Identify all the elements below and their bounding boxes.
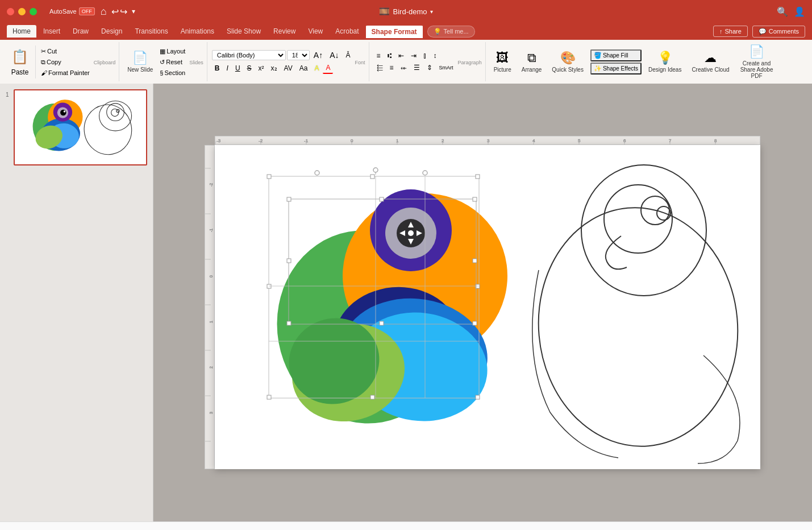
- layout-button[interactable]: ▦ Layout: [157, 47, 188, 56]
- slide-svg: [215, 145, 760, 469]
- strikethrough-button[interactable]: S: [244, 63, 255, 73]
- shape-fill-button[interactable]: 🪣 Shape Fill: [590, 49, 642, 61]
- format-painter-button[interactable]: 🖌 Format Painter: [39, 68, 92, 77]
- clear-format-button[interactable]: Ā: [343, 50, 353, 60]
- arrange-button[interactable]: ⧉ Arrange: [518, 48, 546, 75]
- svg-text:7: 7: [669, 138, 672, 143]
- tab-draw[interactable]: Draw: [67, 25, 94, 38]
- user-icon[interactable]: 👤: [794, 6, 805, 17]
- slide-thumbnail[interactable]: [14, 89, 147, 165]
- tab-insert[interactable]: Insert: [38, 25, 66, 38]
- tab-design[interactable]: Design: [95, 25, 128, 38]
- cut-button[interactable]: ✂ Cut: [39, 47, 92, 56]
- svg-rect-75: [370, 395, 374, 399]
- ribbon-toolbar: 📋 Paste ✂ Cut ⧉ Copy 🖌 Format Painter: [0, 40, 812, 84]
- tab-review[interactable]: Review: [268, 25, 301, 38]
- autosave-label: AutoSave: [49, 8, 77, 15]
- copy-button[interactable]: ⧉ Copy: [39, 57, 92, 67]
- new-slide-button[interactable]: 📄 New Slide: [124, 48, 156, 75]
- numbering-button[interactable]: ⑆: [385, 51, 394, 61]
- home-icon[interactable]: ⌂: [101, 6, 107, 18]
- design-ideas-button[interactable]: 💡 Design Ideas: [645, 48, 685, 75]
- font-shrink-button[interactable]: A↓: [327, 49, 342, 61]
- section-button[interactable]: § Section: [157, 68, 188, 77]
- tab-slideshow[interactable]: Slide Show: [221, 25, 266, 38]
- align-right-button[interactable]: ⬰: [398, 63, 410, 73]
- line-spacing-button[interactable]: ↕: [431, 51, 440, 61]
- tell-me-input[interactable]: 💡 Tell me...: [427, 26, 475, 38]
- autosave-badge[interactable]: OFF: [79, 7, 95, 15]
- align-center-button[interactable]: ≡: [387, 63, 397, 73]
- tab-animations[interactable]: Animations: [175, 25, 220, 38]
- svg-point-10: [99, 101, 132, 131]
- columns-button[interactable]: ⫿: [420, 51, 430, 61]
- font-family-select[interactable]: Calibri (Body): [212, 50, 286, 60]
- bullets-button[interactable]: ≡: [374, 51, 384, 61]
- svg-point-67: [408, 230, 414, 236]
- slides-label: Slides: [189, 60, 203, 65]
- svg-point-8: [64, 110, 66, 113]
- font-grow-button[interactable]: A↑: [311, 49, 326, 61]
- bold-button[interactable]: B: [212, 63, 223, 73]
- paragraph-label: Paragraph: [458, 60, 482, 65]
- paste-icon: 📋: [11, 49, 28, 65]
- tab-acrobat[interactable]: Acrobat: [330, 25, 364, 38]
- undo-button[interactable]: ↩: [111, 6, 119, 17]
- tab-shapeformat[interactable]: Shape Format: [366, 24, 423, 38]
- format-painter-icon: 🖌: [41, 69, 47, 76]
- maximize-button[interactable]: [30, 8, 37, 15]
- italic-button[interactable]: I: [224, 63, 231, 73]
- char-spacing-button[interactable]: AV: [281, 63, 295, 73]
- svg-text:2: 2: [209, 366, 213, 368]
- comments-button[interactable]: 💬 Comments: [752, 26, 805, 38]
- quick-access-more[interactable]: ▾: [132, 7, 135, 15]
- svg-text:0: 0: [351, 138, 353, 143]
- case-button[interactable]: Aa: [297, 63, 311, 73]
- slide-canvas[interactable]: [215, 145, 760, 469]
- paste-button[interactable]: 📋: [8, 45, 32, 68]
- highlight-color-button[interactable]: A: [311, 63, 322, 73]
- svg-rect-72: [267, 284, 271, 288]
- svg-text:2: 2: [442, 138, 444, 143]
- inc-indent-button[interactable]: ⇥: [408, 51, 419, 61]
- create-share-pdf-button[interactable]: 📄 Create and Share Adobe PDF: [736, 42, 777, 81]
- creative-cloud-button[interactable]: ☁ Creative Cloud: [688, 48, 732, 75]
- picture-button[interactable]: 🖼 Picture: [490, 48, 515, 75]
- quick-styles-button[interactable]: 🎨 Quick Styles: [548, 48, 587, 75]
- convert-smartart-button[interactable]: SmArt: [436, 64, 456, 72]
- dec-indent-button[interactable]: ⇤: [395, 51, 407, 61]
- underline-button[interactable]: U: [232, 63, 243, 73]
- title-chevron: ▾: [430, 9, 433, 15]
- svg-point-97: [315, 171, 319, 175]
- svg-text:0: 0: [209, 275, 213, 278]
- copy-icon: ⧉: [41, 59, 45, 66]
- clipboard-group: 📋 Paste ✂ Cut ⧉ Copy 🖌 Format Painter: [5, 42, 119, 81]
- svg-rect-69: [267, 175, 271, 179]
- shape-effects-button[interactable]: ✨ Shape Effects: [590, 63, 642, 74]
- svg-text:5: 5: [578, 138, 581, 143]
- font-color-button[interactable]: A: [323, 63, 333, 74]
- h-ruler: -3 -2 -1 0 1 2 3: [215, 136, 760, 145]
- minimize-button[interactable]: [18, 8, 26, 15]
- text-dir-button[interactable]: ⇕: [424, 63, 435, 73]
- svg-rect-78: [287, 197, 291, 201]
- notes-area[interactable]: Click to add notes: [0, 521, 812, 530]
- redo-button[interactable]: ↪: [120, 6, 127, 17]
- reset-button[interactable]: ↺ Reset: [157, 57, 188, 67]
- search-icon[interactable]: 🔍: [777, 6, 788, 17]
- subscript-button[interactable]: x₂: [268, 63, 280, 73]
- justify-button[interactable]: ☰: [411, 63, 423, 73]
- font-size-select[interactable]: 18: [287, 50, 310, 60]
- title-area: 🎞️ Bird-demo ▾: [379, 6, 434, 16]
- close-button[interactable]: [7, 8, 14, 15]
- svg-text:3: 3: [487, 138, 490, 143]
- svg-text:-2: -2: [259, 138, 263, 143]
- superscript-button[interactable]: x²: [256, 63, 267, 73]
- tab-home[interactable]: Home: [7, 25, 36, 38]
- align-left-button[interactable]: ⬱: [374, 63, 386, 73]
- tab-transitions[interactable]: Transitions: [129, 25, 173, 38]
- lightbulb-icon: 💡: [434, 28, 442, 35]
- tab-view[interactable]: View: [302, 25, 328, 38]
- arrange-icon: ⧉: [527, 51, 536, 65]
- share-button[interactable]: ↑ Share: [713, 26, 748, 37]
